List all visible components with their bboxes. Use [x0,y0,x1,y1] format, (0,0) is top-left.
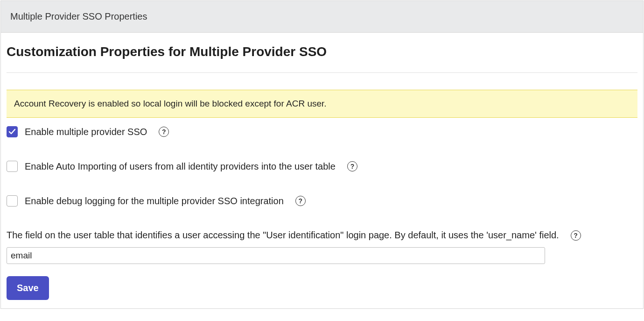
help-icon[interactable] [347,161,357,171]
checkmark-icon [8,128,16,136]
panel-header-title: Multiple Provider SSO Properties [10,11,634,22]
enable-sso-label: Enable multiple provider SSO [25,127,147,137]
help-icon[interactable] [295,196,306,206]
auto-import-row: Enable Auto Importing of users from all … [7,161,637,172]
alert-message: Account Recovery is enabled so local log… [14,99,327,108]
content: Customization Properties for Multiple Pr… [1,33,643,308]
debug-log-row: Enable debug logging for the multiple pr… [7,195,637,207]
auto-import-label: Enable Auto Importing of users from all … [25,161,336,172]
debug-log-label: Enable debug logging for the multiple pr… [25,196,284,207]
debug-log-checkbox[interactable] [7,195,18,207]
user-id-field-input[interactable] [7,247,545,264]
auto-import-checkbox[interactable] [7,161,18,172]
panel-header: Multiple Provider SSO Properties [1,1,643,33]
alert-banner: Account Recovery is enabled so local log… [7,90,637,118]
enable-sso-checkbox[interactable] [7,126,18,137]
divider [7,72,637,73]
page-title: Customization Properties for Multiple Pr… [7,44,637,72]
save-button[interactable]: Save [7,276,49,300]
user-id-field-label-row: The field on the user table that identif… [7,230,637,241]
user-id-field-label: The field on the user table that identif… [7,230,559,241]
help-icon[interactable] [571,230,581,241]
user-id-field-input-wrap [7,247,637,264]
help-icon[interactable] [159,127,169,137]
enable-sso-row: Enable multiple provider SSO [7,126,637,137]
properties-panel: Multiple Provider SSO Properties Customi… [0,0,644,309]
